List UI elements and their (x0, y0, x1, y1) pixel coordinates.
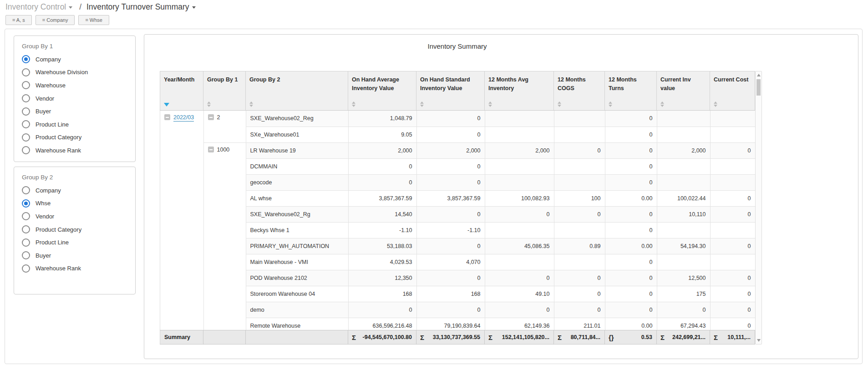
radio-icon[interactable] (22, 251, 30, 259)
radio-option-label: Product Line (36, 121, 69, 128)
radio-option-label: Vendor (36, 95, 54, 102)
group2-cell: SXE_Warehouse02_Rg (246, 206, 348, 222)
sort-icon[interactable] (249, 101, 253, 107)
column-header-onhand-avg[interactable]: On Hand Average Inventory Value (348, 71, 416, 111)
column-header-year-month[interactable]: Year/Month (160, 71, 203, 111)
column-header-group-by-2[interactable]: Group By 2 (246, 71, 348, 111)
vertical-scrollbar[interactable] (755, 71, 762, 345)
radio-option-vendor[interactable]: Vendor (22, 210, 135, 223)
column-header-12m-turns[interactable]: 12 Months Turns (605, 71, 657, 111)
aggregate-icon: {} (609, 334, 614, 341)
breadcrumb-page[interactable]: Inventory Turnover Summary (86, 2, 196, 11)
radio-option-product-line[interactable]: Product Line (22, 118, 135, 131)
radio-icon[interactable] (22, 120, 30, 128)
value-cell: 636,596,216.48 (348, 318, 416, 330)
radio-option-company[interactable]: Company (22, 184, 135, 197)
value-cell: 67,294.43 (657, 318, 710, 330)
radio-icon[interactable] (22, 81, 30, 89)
year-month-cell: 2022/03 (160, 111, 203, 330)
sort-icon[interactable] (488, 101, 492, 107)
column-header-current-cost[interactable]: Current Cost (710, 71, 755, 111)
column-header-group-by-1[interactable]: Group By 1 (203, 71, 246, 111)
radio-option-buyer[interactable]: Buyer (22, 249, 135, 262)
group2-cell: Storeroom Warehouse 04 (246, 286, 348, 302)
value-cell: 0 (416, 238, 485, 254)
column-header-12m-avg[interactable]: 12 Months Avg Inventory (485, 71, 554, 111)
scroll-up-arrow-icon[interactable] (757, 74, 761, 76)
value-cell: 0 (605, 222, 657, 238)
value-cell (657, 222, 710, 238)
value-cell: 0.89 (554, 238, 605, 254)
scroll-down-arrow-icon[interactable] (757, 339, 761, 342)
radio-icon[interactable] (22, 212, 30, 220)
value-cell: 0 (416, 174, 485, 190)
value-cell: 62,149.36 (485, 318, 554, 330)
radio-icon[interactable] (22, 68, 30, 76)
value-cell: 0 (710, 270, 755, 286)
radio-icon[interactable] (22, 199, 30, 208)
radio-icon[interactable] (22, 238, 30, 247)
sort-icon[interactable] (714, 101, 717, 107)
summary-value: 152,141,105,820... (502, 334, 549, 340)
sort-icon[interactable] (660, 101, 664, 107)
radio-option-product-category[interactable]: Product Category (22, 131, 135, 144)
value-cell (485, 222, 554, 238)
value-cell (554, 158, 605, 174)
year-month-link[interactable]: 2022/03 (173, 114, 194, 122)
column-header-label: Year/Month (164, 76, 194, 83)
table-body-viewport[interactable]: 2022/032SXE_Warehouse02_Reg1,048.7900SXe… (160, 111, 756, 330)
radio-icon[interactable] (22, 94, 30, 102)
filter-chip-a-s[interactable]: = A, s (5, 15, 32, 25)
summary-value: -94,545,670,100.80 (363, 334, 412, 340)
sort-icon[interactable] (558, 101, 561, 107)
value-cell: 0 (485, 302, 554, 318)
table-body: 2022/032SXE_Warehouse02_Reg1,048.7900SXe… (160, 111, 756, 330)
radio-icon[interactable] (22, 225, 30, 233)
sort-icon[interactable] (207, 101, 211, 107)
sum-sigma-icon: Σ (488, 334, 492, 341)
breadcrumb-module[interactable]: Inventory Control (5, 2, 72, 11)
radio-option-warehouse-division[interactable]: Warehouse Division (22, 66, 135, 79)
value-cell: 0 (416, 127, 485, 142)
filter-chip-whse[interactable]: = Whse (78, 15, 109, 25)
radio-option-company[interactable]: Company (22, 53, 135, 66)
radio-option-warehouse-rank[interactable]: Warehouse Rank (22, 262, 135, 275)
radio-icon[interactable] (22, 186, 30, 194)
sort-icon[interactable] (420, 101, 424, 107)
collapse-icon[interactable] (208, 147, 214, 152)
radio-option-buyer[interactable]: Buyer (22, 105, 135, 118)
value-cell (554, 254, 605, 270)
column-header-12m-cogs[interactable]: 12 Months COGS (554, 71, 605, 111)
radio-option-product-category[interactable]: Product Category (22, 223, 135, 236)
filter-chip-company[interactable]: = Company (36, 15, 75, 25)
radio-option-product-line[interactable]: Product Line (22, 236, 135, 249)
radio-icon[interactable] (22, 55, 30, 63)
value-cell (710, 174, 755, 190)
sort-icon[interactable] (609, 101, 612, 107)
radio-icon[interactable] (22, 146, 30, 154)
group1-cell: 1000 (203, 142, 246, 330)
radio-icon[interactable] (22, 133, 30, 142)
collapse-icon[interactable] (164, 114, 170, 120)
column-header-onhand-std[interactable]: On Hand Standard Inventory Value (416, 71, 485, 111)
value-cell (710, 158, 755, 174)
table-row: Storeroom Warehouse 0416816849.10001750 (160, 286, 755, 302)
table-row: SXe_Warehouse019.0500 (160, 127, 755, 142)
value-cell: 0 (710, 190, 755, 206)
value-cell: 2,000 (416, 142, 485, 158)
radio-option-warehouse[interactable]: Warehouse (22, 79, 135, 92)
value-cell: 0 (710, 318, 755, 330)
radio-option-vendor[interactable]: Vendor (22, 92, 135, 105)
sum-sigma-icon: Σ (352, 334, 356, 341)
sort-desc-icon[interactable] (164, 103, 169, 106)
collapse-icon[interactable] (208, 114, 214, 120)
sort-icon[interactable] (352, 101, 355, 107)
radio-option-whse[interactable]: Whse (22, 197, 135, 210)
radio-icon[interactable] (22, 264, 30, 273)
column-header-current-inv[interactable]: Current Inv value (657, 71, 710, 111)
summary-value-cell: Σ80,711,84... (554, 330, 605, 345)
column-header-label: Current Inv value (660, 76, 691, 91)
radio-icon[interactable] (22, 107, 30, 116)
scrollbar-thumb[interactable] (756, 79, 761, 96)
radio-option-warehouse-rank[interactable]: Warehouse Rank (22, 144, 135, 157)
